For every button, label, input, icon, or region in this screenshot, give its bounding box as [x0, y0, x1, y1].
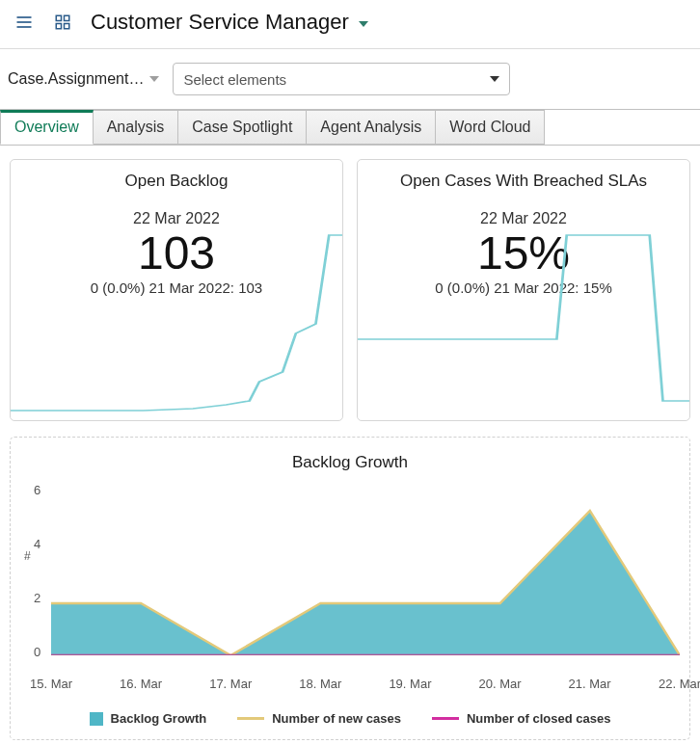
x-tick: 17. Mar — [209, 677, 252, 691]
swatch-icon — [432, 717, 459, 720]
hamburger-icon[interactable] — [13, 12, 35, 33]
svg-rect-3 — [56, 15, 61, 20]
tab-overview[interactable]: Overview — [0, 110, 94, 145]
tabs: Overview Analysis Case Spotlight Agent A… — [0, 109, 700, 146]
grid-icon[interactable] — [52, 12, 73, 33]
kpi-value: 15% — [358, 229, 689, 278]
swatch-icon — [237, 717, 264, 720]
kpi-open-backlog[interactable]: Open Backlog 22 Mar 2022 103 0 (0.0%) 21… — [10, 159, 343, 421]
select-elements-dropdown[interactable]: Select elements — [173, 63, 510, 95]
svg-rect-6 — [65, 24, 69, 29]
x-tick: 16. Mar — [120, 677, 162, 691]
legend: Backlog Growth Number of new cases Numbe… — [16, 711, 684, 726]
kpi-breached-slas[interactable]: Open Cases With Breached SLAs 22 Mar 202… — [357, 159, 690, 421]
x-tick: 21. Mar — [569, 677, 611, 691]
y-tick: 4 — [34, 537, 40, 551]
top-bar: Customer Service Manager — [0, 0, 700, 49]
case-assignment-filter[interactable]: Case.Assignment… — [8, 70, 159, 88]
swatch-icon — [90, 712, 103, 726]
kpi-title: Open Backlog — [11, 160, 342, 199]
y-tick: 6 — [34, 483, 40, 497]
kpi-cards: Open Backlog 22 Mar 2022 103 0 (0.0%) 21… — [0, 146, 700, 427]
legend-label: Backlog Growth — [111, 711, 207, 726]
x-tick: 22. Mar — [659, 677, 700, 691]
kpi-sub: 0 (0.0%) 21 Mar 2022: 15% — [358, 279, 689, 296]
x-tick: 19. Mar — [389, 677, 431, 691]
legend-label: Number of new cases — [272, 711, 401, 726]
tab-analysis[interactable]: Analysis — [94, 110, 179, 145]
legend-item-backlog-growth[interactable]: Backlog Growth — [90, 711, 207, 726]
tab-word-cloud[interactable]: Word Cloud — [436, 110, 545, 145]
y-tick: 2 — [34, 591, 40, 605]
svg-marker-7 — [51, 511, 680, 655]
tab-agent-analysis[interactable]: Agent Analysis — [307, 110, 436, 145]
page-title: Customer Service Manager — [91, 10, 349, 35]
x-tick: 18. Mar — [299, 677, 341, 691]
legend-item-new-cases[interactable]: Number of new cases — [237, 711, 401, 726]
kpi-value: 103 — [11, 229, 342, 278]
kpi-sub: 0 (0.0%) 21 Mar 2022: 103 — [11, 279, 342, 296]
y-tick: 0 — [34, 645, 40, 659]
case-assignment-label: Case.Assignment… — [8, 70, 144, 88]
backlog-growth-chart[interactable]: # 6 4 2 0 — [51, 482, 680, 675]
svg-rect-4 — [65, 15, 69, 20]
select-elements-placeholder: Select elements — [183, 71, 286, 88]
kpi-date: 22 Mar 2022 — [358, 210, 689, 227]
svg-rect-5 — [56, 24, 61, 29]
chevron-down-icon — [149, 76, 159, 82]
kpi-date: 22 Mar 2022 — [11, 210, 342, 227]
page-title-dropdown[interactable]: Customer Service Manager — [91, 10, 368, 35]
panel-title: Backlog Growth — [16, 445, 684, 482]
kpi-title: Open Cases With Breached SLAs — [358, 160, 689, 199]
filter-bar: Case.Assignment… Select elements — [0, 49, 700, 109]
chevron-down-icon — [490, 76, 499, 82]
x-tick: 20. Mar — [478, 677, 521, 691]
x-tick: 15. Mar — [30, 677, 72, 691]
chevron-down-icon — [359, 21, 368, 27]
y-axis-label: # — [24, 549, 31, 563]
legend-item-closed-cases[interactable]: Number of closed cases — [432, 711, 611, 726]
x-axis: 15. Mar 16. Mar 17. Mar 18. Mar 19. Mar … — [51, 675, 680, 696]
legend-label: Number of closed cases — [467, 711, 611, 726]
tab-case-spotlight[interactable]: Case Spotlight — [178, 110, 307, 145]
backlog-growth-panel: Backlog Growth # 6 4 2 0 15. Mar 16. Mar… — [10, 437, 690, 740]
